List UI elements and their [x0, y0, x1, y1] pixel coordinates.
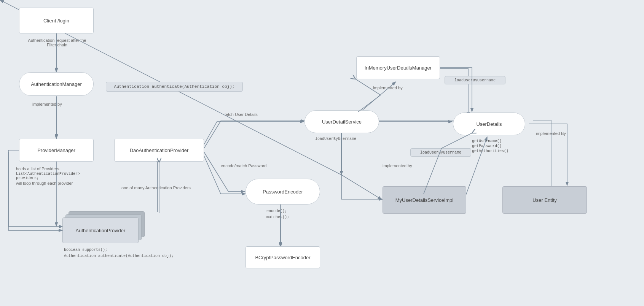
fetch-user-details-label: fetch User Details	[225, 112, 258, 117]
auth-provider-box: AuthenticationProvider	[62, 217, 139, 243]
encode-match-label: encode/match Password	[221, 163, 266, 168]
user-detail-service-label: UserDetailService	[322, 119, 362, 125]
client-label: Client /login	[43, 18, 69, 24]
user-entity-label: User Entity	[532, 197, 557, 203]
password-encoder-label: PasswordEncoder	[263, 189, 303, 195]
password-encoder-box: PasswordEncoder	[245, 179, 320, 205]
load-by-username-1-label: loadUserByUsername	[315, 136, 356, 141]
bcrypt-box: BCryptPasswordEncoder	[245, 246, 320, 268]
one-of-many-label: one of many Authentication Providers	[114, 186, 198, 190]
supports-method-label: boolean supports();	[64, 247, 107, 252]
dao-auth-provider-label: DaoAuthenticationProvider	[130, 147, 189, 153]
user-details-label: UserDetails	[476, 121, 502, 127]
my-user-details-service-label: MyUserDetailsServiceImpl	[395, 197, 453, 203]
auth-manager-label: AuthenticationManager	[31, 81, 82, 87]
user-details-methods-label: getUsername() getPassword() getAuthoriti…	[472, 139, 509, 153]
load-username-code-2: loadUserByUsername	[410, 148, 471, 157]
provider-manager-box: ProviderManager	[19, 139, 94, 162]
client-box: Client /login	[19, 8, 94, 33]
auth-request-label: Authentication request after the Filter …	[27, 38, 88, 47]
dao-auth-provider-box: DaoAuthenticationProvider	[114, 139, 204, 162]
implemented-by-3-label: implemented by	[383, 163, 412, 168]
implemented-by-right-label: implemented By	[536, 131, 566, 136]
implemented-by-1-label: implemented by	[32, 102, 62, 106]
load-username-code-1: loadUserByUsername	[445, 76, 505, 84]
in-memory-manager-label: InMemoryUserDetailsManager	[365, 65, 432, 71]
auth-method2-label: Authentication authenticate(Authenticati…	[64, 253, 174, 258]
user-detail-service-box: UserDetailService	[304, 110, 379, 133]
holds-providers-label: holds a list of Providers List<Authentic…	[16, 166, 92, 186]
my-user-details-service-box: MyUserDetailsServiceImpl	[383, 186, 466, 214]
architecture-diagram: Client /login Authentication request aft…	[0, 0, 644, 306]
user-entity-box: User Entity	[502, 186, 587, 214]
matches-method-label: matches();	[266, 214, 289, 219]
auth-provider-label: AuthenticationProvider	[76, 228, 126, 233]
implemented-by-2-label: implemented by	[373, 86, 403, 90]
auth-method-label: Authentication authenticate(Authenticati…	[106, 82, 243, 92]
encode-method-label: encode();	[266, 208, 287, 213]
user-details-box: UserDetails	[453, 113, 525, 135]
provider-manager-label: ProviderManager	[37, 147, 75, 153]
auth-manager-box: AuthenticationManager	[19, 72, 94, 96]
bcrypt-label: BCryptPasswordEncoder	[255, 255, 310, 260]
in-memory-manager-box: InMemoryUserDetailsManager	[356, 56, 440, 79]
